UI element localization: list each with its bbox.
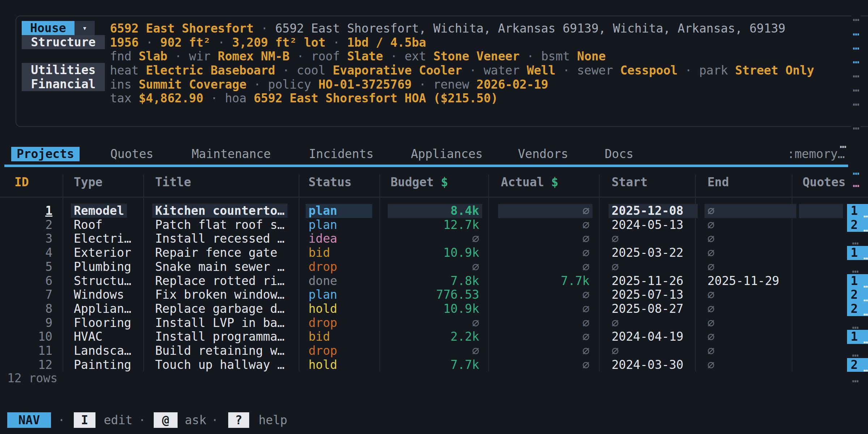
table-row[interactable]: 10HVACInstall programma…bid2.2k∅2024-04-… [0,330,868,344]
column-header-id[interactable]: ID [14,175,52,190]
table-row[interactable]: 11Landsca…Build retaining w…drop∅∅∅∅… [0,344,868,358]
tab-vendors[interactable]: Vendors [518,147,568,161]
key-badge-edit[interactable]: I [74,412,95,428]
cell-budget: ∅ [391,344,479,358]
field-value: · [412,77,433,92]
quotes-count-badge[interactable]: 2… [847,302,868,316]
tab-appliances[interactable]: Appliances [411,147,483,161]
tab-incidents[interactable]: Incidents [309,147,374,161]
quotes-count-badge[interactable]: 2… [847,218,868,232]
field-value: 6592 East Shoresfort HOA ($215.50) [254,91,498,105]
quotes-count-badge[interactable]: 1… [847,330,868,344]
field-value: Romex NM-B [218,49,290,63]
section-button-utilities[interactable]: Utilities [22,63,105,77]
house-selector-button[interactable]: House [22,21,75,35]
table-row[interactable]: 8Applian…Replace garbage d…hold10.9k∅202… [0,302,868,316]
start-date: 2025-03-22 [612,246,684,260]
end-date: ∅ [707,231,715,246]
field-label: water [484,63,527,77]
field-value: None [577,49,606,63]
status-badge: hold [309,358,337,372]
table-row[interactable]: 2RoofPatch flat roof s…plan12.7k∅2024-05… [0,218,868,232]
project-title: Install programma… [155,329,285,344]
money-icon: $ [434,175,448,189]
cell-id: 7 [0,288,52,302]
cell-id: 4 [0,246,52,260]
column-header-actual[interactable]: Actual $ [501,175,590,190]
cell-type: Windows [74,288,142,302]
tab-quotes[interactable]: Quotes [110,147,153,161]
table-row[interactable]: 5PlumbingSnake main sewer …drop∅∅∅∅… [0,260,868,274]
table-row[interactable]: 12PaintingTouch up hallway …hold7.7k∅202… [0,358,868,372]
cell-type: Structu… [74,274,142,288]
section-button-financial[interactable]: Financial [22,77,105,91]
quotes-count-badge[interactable]: 2… [847,358,868,372]
overflow-ellipsis: … [853,41,859,51]
cell-status: hold [309,358,375,372]
row-count: 12 rows [7,371,58,386]
chevron-down-icon[interactable]: ▾ [75,21,95,35]
property-info-line: 6592 East Shoresfort · 6592 East Shoresf… [110,22,814,36]
quotes-count-badge[interactable]: 1… [847,246,868,260]
tab-underline [4,165,848,167]
column-header-title[interactable]: Title [155,175,300,190]
end-date: ∅ [707,329,715,344]
column-header-quotes[interactable]: Quotes [803,175,857,190]
field-value: Slate [347,49,383,63]
cell-end: ∅ [707,204,793,218]
column-header-budget[interactable]: Budget $ [391,175,479,190]
project-title: Snake main sewer … [155,260,285,274]
field-value: Stone Veneer [433,49,519,63]
field-value: 902 ft² [160,35,210,50]
table-row[interactable]: 1RemodelKitchen counterto…plan8.4k∅2025-… [0,204,868,218]
section-button-structure[interactable]: Structure [22,35,105,49]
key-badge-help[interactable]: ? [228,412,249,428]
table-row[interactable]: 7WindowsFix broken window…plan776.53∅202… [0,288,868,302]
column-header-status[interactable]: Status [309,175,375,190]
field-label: ins [110,77,139,92]
column-header-type[interactable]: Type [74,175,142,190]
field-label: renew [433,77,476,92]
quotes-count: 1 [851,329,858,344]
quotes-count-badge[interactable]: 2… [847,288,868,302]
tab-projects[interactable]: Projects [11,147,80,161]
start-date: 2024-04-19 [612,329,684,344]
end-date: ∅ [707,288,715,302]
cell-actual: ∅ [501,288,590,302]
budget-value: 7.7k [451,358,479,372]
column-header-end[interactable]: End [707,175,793,190]
row-overflow-ellipsis: … [852,235,858,246]
table-row[interactable]: 6Structu…Replace rotted ri…done7.8k7.7k2… [0,274,868,288]
status-badge: drop [309,316,337,330]
quotes-count-badge[interactable]: 1… [847,274,868,288]
row-overflow-ellipsis: … [852,348,858,358]
cell-actual: ∅ [501,302,590,316]
table-row[interactable]: 3Electri…Install recessed …idea∅∅∅∅… [0,232,868,246]
database-status: :memory… [787,147,845,161]
start-date: ∅ [612,260,619,274]
cell-budget: 2.2k [391,330,479,344]
cell-status: plan [309,218,375,232]
budget-value: 2.2k [451,329,479,344]
cell-status: drop [309,316,375,330]
field-label: sewer [577,63,620,77]
table-row[interactable]: 4ExteriorRepair fence gatebid10.9k∅2025-… [0,246,868,260]
field-value: · [203,91,225,105]
start-date: 2025-12-08 [612,204,684,218]
quotes-count: 1 [851,204,858,218]
cell-start: 2025-08-27 [612,302,695,316]
tab-maintenance[interactable]: Maintenance [192,147,271,161]
start-date: ∅ [612,316,619,330]
field-value: · [254,21,275,35]
cell-end: ∅ [707,316,793,330]
project-id: 3 [45,231,52,246]
tab-docs[interactable]: Docs [605,147,633,161]
quotes-cell-highlight [799,204,843,218]
project-title: Patch flat roof s… [155,218,285,232]
column-header-start[interactable]: Start [612,175,695,190]
field-value: · [383,49,405,63]
table-row[interactable]: 9FlooringInstall LVP in ba…drop∅∅∅∅… [0,316,868,330]
key-badge-ask[interactable]: @ [154,412,178,428]
start-date: 2025-08-27 [612,302,684,316]
quotes-count-badge[interactable]: 1… [847,204,868,218]
